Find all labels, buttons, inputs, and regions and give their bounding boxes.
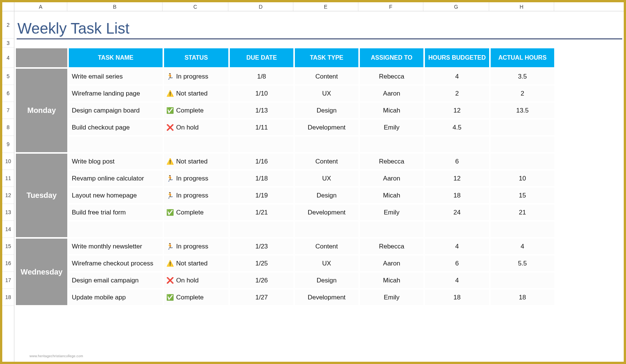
task-name-cell[interactable]: Layout new homepage xyxy=(68,187,163,204)
task-name-cell[interactable]: Wireframe checkout process xyxy=(68,255,163,272)
assigned-to-cell[interactable] xyxy=(359,221,424,238)
row-header-12[interactable]: 12 xyxy=(2,187,14,204)
row-header-13[interactable]: 13 xyxy=(2,204,14,221)
actual-hours-cell[interactable]: 15 xyxy=(490,187,555,204)
task-name-cell[interactable]: Build free trial form xyxy=(68,204,163,221)
hours-budgeted-cell[interactable]: 4 xyxy=(424,272,490,289)
task-name-cell[interactable]: Revamp online calculator xyxy=(68,170,163,187)
assigned-to-cell[interactable]: Emily xyxy=(359,119,424,136)
col-header-E[interactable]: E xyxy=(293,2,358,11)
row-header-7[interactable]: 7 xyxy=(2,102,14,119)
hours-budgeted-cell[interactable]: 6 xyxy=(424,255,490,272)
due-date-cell[interactable]: 1/19 xyxy=(229,187,294,204)
status-cell[interactable]: Complete xyxy=(163,102,229,119)
status-cell[interactable] xyxy=(163,221,229,238)
actual-hours-cell[interactable]: 18 xyxy=(490,289,555,306)
actual-hours-cell[interactable]: 5.5 xyxy=(490,255,555,272)
sheet-body[interactable]: Weekly Task List TASK NAME STATUS DUE DA… xyxy=(14,11,624,362)
task-name-cell[interactable]: Write monthly newsletter xyxy=(68,238,163,255)
row-header-11[interactable]: 11 xyxy=(2,170,14,187)
task-type-cell[interactable]: UX xyxy=(294,170,359,187)
actual-hours-cell[interactable] xyxy=(490,119,555,136)
due-date-cell[interactable] xyxy=(229,221,294,238)
due-date-cell[interactable]: 1/8 xyxy=(229,68,294,85)
task-type-cell[interactable]: Design xyxy=(294,272,359,289)
status-cell[interactable]: Not started xyxy=(163,153,229,170)
assigned-to-cell[interactable]: Aaron xyxy=(359,85,424,102)
hours-budgeted-cell[interactable] xyxy=(424,221,490,238)
status-cell[interactable]: On hold xyxy=(163,119,229,136)
task-type-cell[interactable]: Content xyxy=(294,238,359,255)
due-date-cell[interactable]: 1/26 xyxy=(229,272,294,289)
hours-budgeted-cell[interactable]: 2 xyxy=(424,85,490,102)
actual-hours-cell[interactable] xyxy=(490,153,555,170)
row-header-17[interactable]: 17 xyxy=(2,272,14,289)
row-header-9[interactable]: 9 xyxy=(2,136,14,153)
col-header-C[interactable]: C xyxy=(163,2,228,11)
status-cell[interactable]: Not started xyxy=(163,85,229,102)
header-assigned-to[interactable]: ASSIGNED TO xyxy=(359,48,424,68)
hours-budgeted-cell[interactable]: 4 xyxy=(424,238,490,255)
actual-hours-cell[interactable] xyxy=(490,221,555,238)
header-hours-budgeted[interactable]: HOURS BUDGETED xyxy=(424,48,490,68)
task-type-cell[interactable]: Development xyxy=(294,119,359,136)
due-date-cell[interactable]: 1/23 xyxy=(229,238,294,255)
task-name-cell[interactable]: Build checkout page xyxy=(68,119,163,136)
header-due-date[interactable]: DUE DATE xyxy=(229,48,294,68)
actual-hours-cell[interactable]: 3.5 xyxy=(490,68,555,85)
status-cell[interactable] xyxy=(163,136,229,153)
assigned-to-cell[interactable]: Aaron xyxy=(359,170,424,187)
task-type-cell[interactable]: Content xyxy=(294,68,359,85)
task-type-cell[interactable]: Design xyxy=(294,187,359,204)
hours-budgeted-cell[interactable]: 24 xyxy=(424,204,490,221)
task-name-cell[interactable] xyxy=(68,136,163,153)
col-header-B[interactable]: B xyxy=(67,2,163,11)
hours-budgeted-cell[interactable]: 6 xyxy=(424,153,490,170)
status-cell[interactable]: In progress xyxy=(163,68,229,85)
header-status[interactable]: STATUS xyxy=(163,48,229,68)
row-header-15[interactable]: 15 xyxy=(2,238,14,255)
due-date-cell[interactable]: 1/16 xyxy=(229,153,294,170)
actual-hours-cell[interactable]: 13.5 xyxy=(490,102,555,119)
header-task-name[interactable]: TASK NAME xyxy=(68,48,163,68)
task-type-cell[interactable]: Content xyxy=(294,153,359,170)
day-cell[interactable]: Wednesday xyxy=(15,238,68,306)
task-name-cell[interactable]: Wireframe landing page xyxy=(68,85,163,102)
actual-hours-cell[interactable] xyxy=(490,136,555,153)
col-header-F[interactable]: F xyxy=(358,2,423,11)
actual-hours-cell[interactable]: 4 xyxy=(490,238,555,255)
hours-budgeted-cell[interactable]: 4.5 xyxy=(424,119,490,136)
task-type-cell[interactable]: Development xyxy=(294,204,359,221)
due-date-cell[interactable]: 1/11 xyxy=(229,119,294,136)
task-type-cell[interactable]: Development xyxy=(294,289,359,306)
row-header-6[interactable]: 6 xyxy=(2,85,14,102)
task-name-cell[interactable]: Write blog post xyxy=(68,153,163,170)
row-header-2[interactable]: 2 xyxy=(2,11,14,39)
assigned-to-cell[interactable]: Rebecca xyxy=(359,153,424,170)
actual-hours-cell[interactable]: 2 xyxy=(490,85,555,102)
assigned-to-cell[interactable]: Rebecca xyxy=(359,238,424,255)
col-header-H[interactable]: H xyxy=(489,2,554,11)
row-header-14[interactable]: 14 xyxy=(2,221,14,238)
assigned-to-cell[interactable]: Emily xyxy=(359,204,424,221)
hours-budgeted-cell[interactable]: 12 xyxy=(424,170,490,187)
title-row[interactable]: Weekly Task List xyxy=(14,11,624,39)
col-header-A[interactable]: A xyxy=(14,2,67,11)
status-cell[interactable]: In progress xyxy=(163,170,229,187)
due-date-cell[interactable]: 1/13 xyxy=(229,102,294,119)
corner-cell[interactable] xyxy=(2,2,14,11)
row-header-18[interactable]: 18 xyxy=(2,289,14,306)
due-date-cell[interactable]: 1/10 xyxy=(229,85,294,102)
task-name-cell[interactable] xyxy=(68,221,163,238)
row-header-3[interactable]: 3 xyxy=(2,39,14,48)
task-type-cell[interactable]: UX xyxy=(294,255,359,272)
task-type-cell[interactable] xyxy=(294,221,359,238)
assigned-to-cell[interactable]: Aaron xyxy=(359,255,424,272)
task-type-cell[interactable] xyxy=(294,136,359,153)
hours-budgeted-cell[interactable]: 18 xyxy=(424,289,490,306)
hours-budgeted-cell[interactable]: 4 xyxy=(424,68,490,85)
hours-budgeted-cell[interactable]: 12 xyxy=(424,102,490,119)
due-date-cell[interactable] xyxy=(229,136,294,153)
assigned-to-cell[interactable]: Emily xyxy=(359,289,424,306)
assigned-to-cell[interactable]: Micah xyxy=(359,272,424,289)
